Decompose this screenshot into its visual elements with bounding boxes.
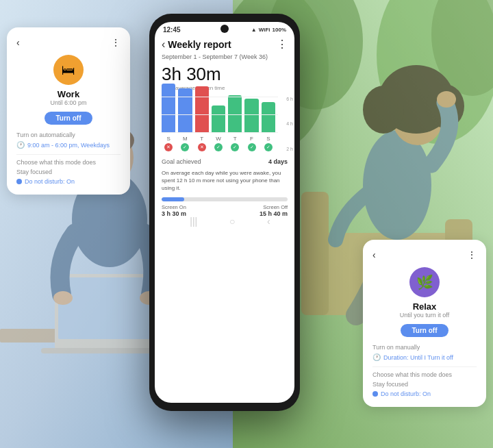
work-title: Work (16, 89, 121, 99)
nav-home-icon[interactable]: ○ (229, 216, 235, 227)
progress-fill (162, 197, 184, 201)
phone-nav: ||| ○ ‹ (160, 210, 294, 232)
relax-dnd-row: Do not disturb: On (372, 390, 477, 397)
relax-dnd-text: Do not disturb: On (381, 390, 431, 397)
status-icons: ▲ WiFi 100% (251, 27, 286, 33)
wifi-icon: WiFi (259, 27, 270, 33)
day-label-m: M (183, 136, 188, 142)
description-text: On average each day while you were awake… (155, 166, 294, 195)
screen-on-label: Screen On (162, 204, 186, 210)
card-relax-more[interactable]: ⋮ (467, 249, 477, 260)
phone-notch (220, 25, 229, 33)
goal-row: Goal achieved 4 days (155, 157, 294, 166)
nav-recent-icon[interactable]: ||| (190, 216, 197, 227)
check-t1: ✕ (198, 143, 206, 151)
screen-off-label: Screen Off (260, 204, 288, 210)
bar-s (162, 84, 175, 133)
bar-group-t1: T ✕ (195, 86, 209, 151)
relax-icon: 🌿 (416, 274, 433, 290)
check-m: ✓ (181, 143, 189, 151)
work-icon: 🛏 (62, 62, 75, 78)
screen-time-value: 3h 30m (162, 64, 288, 84)
check-s: ✕ (164, 143, 173, 151)
check-w: ✓ (214, 143, 223, 151)
bar-group-f: F ✓ (244, 99, 258, 151)
date-range: September 1 - September 7 (Week 36) (155, 53, 294, 60)
card-relax-header: ‹ ⋮ (372, 249, 477, 260)
relax-dnd-dot (372, 391, 378, 397)
check-f: ✓ (248, 143, 256, 151)
bar-s2 (262, 102, 275, 133)
card-relax-back[interactable]: ‹ (372, 249, 376, 260)
y-label-4h: 4 h (286, 121, 293, 126)
status-time: 12:45 (163, 26, 181, 34)
phone-center: 12:45 ▲ WiFi 100% ‹ Weekly report ⋮ Sept… (149, 14, 300, 411)
work-section-label: Choose what this mode does (16, 159, 121, 166)
day-label-s2: S (266, 136, 270, 142)
clock-icon: 🕐 (16, 141, 25, 149)
svg-point-25 (437, 91, 456, 108)
work-auto-label: Turn on automatically (16, 132, 121, 138)
bar-chart: S ✕ M ✓ T ✕ (155, 92, 294, 154)
relax-icon-circle: 🌿 (409, 267, 440, 297)
work-turn-off-button[interactable]: Turn off (45, 112, 92, 125)
bar-t1 (195, 86, 209, 133)
screen-time-section: 3h 30m Daily average screen time (155, 63, 294, 92)
card-relax: ‹ ⋮ 🌿 Relax Until you turn it off Turn o… (363, 240, 486, 407)
check-t2: ✓ (231, 143, 239, 151)
back-button[interactable]: ‹ (162, 38, 165, 51)
svg-point-23 (363, 86, 404, 134)
relax-duration-row: 🕐 Duration: Until I Turn it off (372, 353, 477, 361)
y-label-6h: 6 h (286, 97, 293, 101)
work-feature-label: Stay focused (16, 169, 121, 175)
bars-container: S ✕ M ✓ T ✕ (162, 97, 288, 151)
dnd-dot (16, 179, 22, 184)
bar-f (244, 99, 258, 133)
relax-section-label: Choose what this mode does (372, 371, 477, 378)
bar-group-m: M ✓ (178, 88, 192, 151)
relax-duration-text: Duration: Until I Turn it off (383, 354, 453, 361)
progress-track (162, 197, 288, 201)
work-subtitle: Until 6:00 pm (16, 99, 121, 106)
relax-title: Relax (372, 301, 477, 312)
y-label-2h: 2 h (286, 147, 293, 151)
battery-icon: 100% (273, 27, 286, 33)
goal-label: Goal achieved (162, 158, 201, 165)
relax-card-divider (372, 366, 477, 367)
day-label-t2: T (233, 136, 237, 142)
signal-icon: ▲ (251, 27, 257, 33)
bar-m (178, 88, 192, 133)
relax-auto-label: Turn on manually (372, 344, 477, 351)
svg-point-20 (363, 130, 431, 240)
phone-shell: 12:45 ▲ WiFi 100% ‹ Weekly report ⋮ Sept… (149, 14, 300, 411)
card-divider (16, 154, 121, 155)
day-label-s: S (166, 136, 170, 142)
work-time-text: 9:00 am - 6:00 pm, Weekdays (27, 142, 110, 149)
day-label-t1: T (200, 136, 203, 142)
card-work-back[interactable]: ‹ (16, 37, 20, 48)
bar-group-s: S ✕ (162, 84, 175, 151)
relax-turn-off-button[interactable]: Turn off (401, 324, 448, 337)
svg-point-7 (53, 291, 73, 305)
work-dnd-text: Do not disturb: On (25, 178, 75, 185)
bar-group-w: W ✓ (212, 105, 225, 151)
report-header: ‹ Weekly report ⋮ (155, 35, 294, 53)
card-work-more[interactable]: ⋮ (111, 37, 121, 48)
check-s2: ✓ (264, 143, 273, 151)
work-time-row: 🕐 9:00 am - 6:00 pm, Weekdays (16, 141, 121, 149)
more-icon[interactable]: ⋮ (277, 38, 288, 51)
work-icon-circle: 🛏 (53, 55, 84, 85)
card-work-header: ‹ ⋮ (16, 37, 121, 48)
relax-subtitle: Until you turn it off (372, 312, 477, 319)
card-work: ‹ ⋮ 🛏 Work Until 6:00 pm Turn off Turn o… (7, 27, 130, 195)
nav-back-icon[interactable]: ‹ (267, 216, 270, 227)
report-title: Weekly report (168, 39, 277, 50)
day-label-f: F (250, 136, 253, 142)
bar-group-t2: T ✓ (228, 95, 242, 151)
bar-group-s2: S ✓ (262, 102, 275, 151)
relax-clock-icon: 🕐 (372, 353, 381, 361)
day-label-w: W (216, 136, 221, 142)
work-dnd-row: Do not disturb: On (16, 178, 121, 185)
y-axis: 6 h 4 h 2 h (286, 97, 293, 151)
svg-rect-18 (301, 192, 329, 315)
